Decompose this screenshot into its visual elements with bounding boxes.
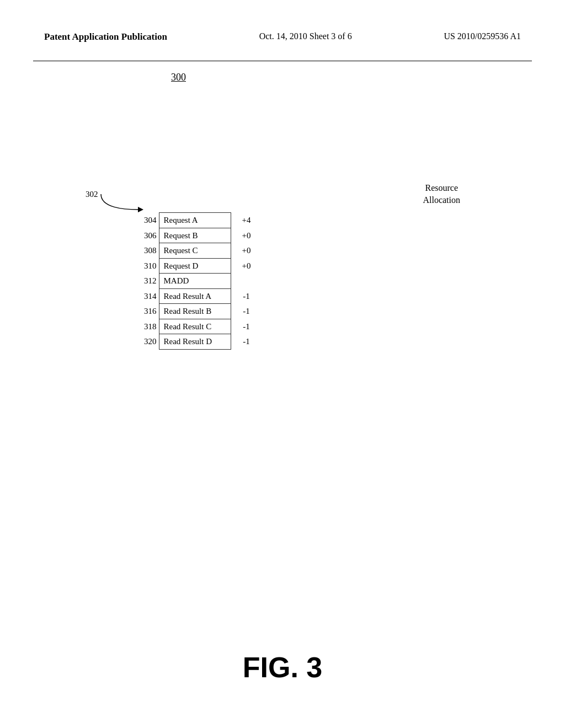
table-row: 320Read Result D-1 (141, 334, 254, 350)
header-publication-label: Patent Application Publication (44, 30, 167, 44)
table-row: 310Request D+0 (141, 258, 254, 274)
row-alloc (231, 274, 254, 289)
figure-number: 300 (171, 72, 186, 83)
row-alloc: -1 (231, 319, 254, 334)
row-id: 320 (141, 334, 159, 350)
resource-allocation-label: Resource Allocation (423, 182, 460, 207)
row-label: Request C (159, 243, 231, 259)
row-label: Request A (159, 213, 231, 228)
row-label: Read Result D (159, 334, 231, 350)
table-row: 316Read Result B-1 (141, 304, 254, 319)
row-label: Read Result A (159, 288, 231, 304)
table-row: 308Request C+0 (141, 243, 254, 259)
row-label: Request B (159, 228, 231, 243)
pipeline-data-table: 304Request A+4306Request B+0308Request C… (141, 212, 254, 350)
row-alloc: +0 (231, 243, 254, 259)
row-alloc: -1 (231, 288, 254, 304)
table-row: 306Request B+0 (141, 228, 254, 243)
row-label: Read Result B (159, 304, 231, 319)
header-date-sheet: Oct. 14, 2010 Sheet 3 of 6 (259, 30, 352, 42)
svg-marker-1 (138, 207, 143, 212)
row-alloc: +0 (231, 228, 254, 243)
table-row: 318Read Result C-1 (141, 319, 254, 334)
row-id: 308 (141, 243, 159, 259)
row-id: 306 (141, 228, 159, 243)
pipeline-table: 304Request A+4306Request B+0308Request C… (141, 212, 254, 350)
header-divider (33, 61, 532, 61)
page: Patent Application Publication Oct. 14, … (0, 0, 565, 728)
row-label: Request D (159, 258, 231, 274)
row-label: MADD (159, 274, 231, 289)
table-row: 314Read Result A-1 (141, 288, 254, 304)
fig-label: FIG. 3 (0, 651, 565, 684)
row-alloc: -1 (231, 334, 254, 350)
row-alloc: -1 (231, 304, 254, 319)
row-alloc: +0 (231, 258, 254, 274)
svg-text:302: 302 (86, 190, 98, 199)
row-alloc: +4 (231, 213, 254, 228)
row-id: 314 (141, 288, 159, 304)
row-id: 316 (141, 304, 159, 319)
row-id: 318 (141, 319, 159, 334)
table-row: 304Request A+4 (141, 213, 254, 228)
row-id: 312 (141, 274, 159, 289)
header-patent-number: US 2010/0259536 A1 (444, 30, 521, 42)
header: Patent Application Publication Oct. 14, … (0, 30, 565, 44)
row-id: 304 (141, 213, 159, 228)
table-row: 312MADD (141, 274, 254, 289)
row-label: Read Result C (159, 319, 231, 334)
row-id: 310 (141, 258, 159, 274)
